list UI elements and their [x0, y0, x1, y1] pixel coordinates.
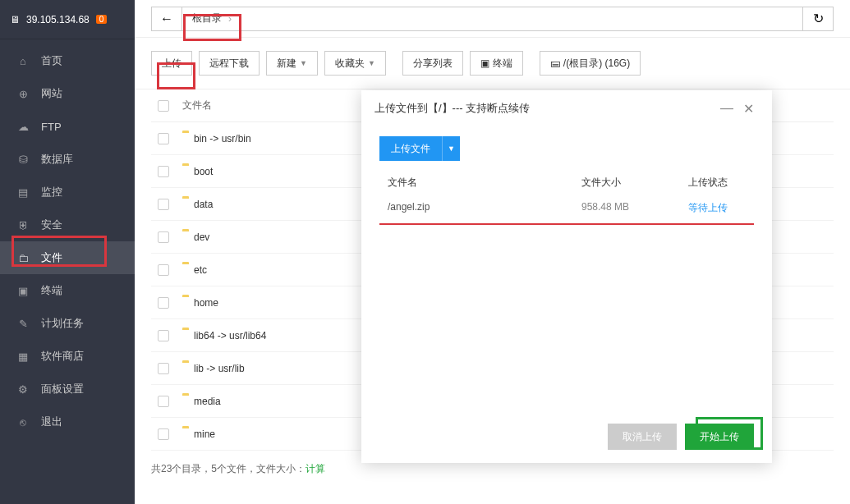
- remote-label: 远程下载: [209, 57, 249, 71]
- disk-label: /(根目录) (16G): [563, 57, 630, 71]
- cancel-upload-button[interactable]: 取消上传: [608, 424, 677, 450]
- row-checkbox[interactable]: [151, 133, 176, 144]
- row-checkbox[interactable]: [151, 264, 176, 276]
- nav-label-cron: 计划任务: [41, 316, 84, 331]
- nav-cron[interactable]: ✎计划任务: [0, 307, 135, 340]
- toolbar: 上传 远程下载 新建▼ 收藏夹▼ 分享列表 ▣终端 🖴/(根目录) (16G): [135, 38, 850, 89]
- remote-download-button[interactable]: 远程下载: [199, 51, 260, 76]
- nav-label-store: 软件商店: [41, 349, 84, 364]
- terminal-icon: ▣: [480, 57, 489, 69]
- row-checkbox[interactable]: [151, 297, 176, 309]
- exit-icon: ⎋: [16, 416, 30, 428]
- share-list-button[interactable]: 分享列表: [402, 51, 463, 76]
- dialog-body: 上传文件 ▼ 文件名 文件大小 上传状态 /angel.zip 958.48 M…: [361, 126, 772, 414]
- upload-file-status: 等待上传: [688, 201, 754, 215]
- dialog-header[interactable]: 上传文件到【/】--- 支持断点续传 — ✕: [361, 90, 772, 126]
- nav-monitor[interactable]: ▤监控: [0, 176, 135, 208]
- chart-icon: ▤: [16, 186, 30, 199]
- store-icon: ▦: [16, 351, 30, 363]
- upload-progress-bar: [379, 223, 754, 225]
- server-ip: 39.105.134.68: [26, 14, 90, 25]
- upload-button[interactable]: 上传: [151, 51, 192, 76]
- terminal-button[interactable]: ▣终端: [470, 51, 523, 76]
- select-file-button[interactable]: 上传文件: [379, 136, 442, 161]
- chevron-right-icon: ›: [228, 13, 232, 25]
- clock-icon: ✎: [16, 318, 30, 330]
- upload-col-status: 上传状态: [688, 176, 754, 190]
- row-checkbox[interactable]: [151, 396, 176, 407]
- nav-site[interactable]: ⊕网站: [0, 77, 135, 110]
- nav-terminal[interactable]: ▣终端: [0, 274, 135, 307]
- nav-label-db: 数据库: [41, 152, 73, 167]
- dialog-title: 上传文件到【/】--- 支持断点续传: [374, 101, 530, 116]
- row-checkbox[interactable]: [151, 428, 176, 440]
- nav-label-monitor: 监控: [41, 185, 62, 199]
- nav-ftp[interactable]: ☁FTP: [0, 110, 135, 143]
- row-checkbox[interactable]: [151, 363, 176, 374]
- nav-home[interactable]: ⌂首页: [0, 44, 135, 77]
- nav-label-home: 首页: [41, 53, 62, 68]
- nav-safe[interactable]: ⛨安全: [0, 208, 135, 241]
- sidebar-header: 🖥 39.105.134.68 0: [0, 0, 135, 39]
- nav-exit[interactable]: ⎋退出: [0, 405, 135, 438]
- sidebar: 🖥 39.105.134.68 0 ⌂首页 ⊕网站 ☁FTP ⛁数据库 ▤监控 …: [0, 0, 135, 504]
- row-checkbox[interactable]: [151, 166, 176, 177]
- fav-label: 收藏夹: [335, 57, 365, 71]
- nav-store[interactable]: ▦软件商店: [0, 340, 135, 373]
- upload-row: /angel.zip 958.48 MB 等待上传: [379, 201, 754, 223]
- monitor-icon: 🖥: [10, 14, 20, 25]
- upload-col-size: 文件大小: [581, 176, 688, 190]
- path-refresh-button[interactable]: ↻: [802, 7, 834, 31]
- ftp-icon: ☁: [16, 121, 30, 133]
- root-disk-button[interactable]: 🖴/(根目录) (16G): [540, 51, 641, 76]
- new-button[interactable]: 新建▼: [266, 51, 318, 76]
- globe-icon: ⊕: [16, 88, 30, 100]
- path-current[interactable]: 根目录 ›: [181, 7, 803, 31]
- share-label: 分享列表: [413, 57, 453, 71]
- upload-label: 上传: [162, 57, 181, 71]
- dialog-footer: 取消上传 开始上传: [361, 414, 772, 463]
- nav-list: ⌂首页 ⊕网站 ☁FTP ⛁数据库 ▤监控 ⛨安全 🗀文件 ▣终端 ✎计划任务 …: [0, 39, 135, 438]
- nav-label-ftp: FTP: [41, 121, 62, 133]
- disk-icon: 🖴: [550, 57, 560, 69]
- row-checkbox[interactable]: [151, 231, 176, 243]
- path-bar: ← 根目录 › ↻: [135, 0, 850, 38]
- database-icon: ⛁: [16, 153, 30, 166]
- cancel-label: 取消上传: [623, 430, 662, 444]
- shield-icon: ⛨: [16, 219, 30, 231]
- calc-size-link[interactable]: 计算: [306, 463, 325, 474]
- select-file-label: 上传文件: [391, 142, 430, 156]
- nav-db[interactable]: ⛁数据库: [0, 143, 135, 176]
- select-all-checkbox[interactable]: [151, 100, 176, 112]
- row-checkbox[interactable]: [151, 199, 176, 210]
- upload-file-name: /angel.zip: [379, 201, 581, 215]
- upload-list-header: 文件名 文件大小 上传状态: [379, 176, 754, 190]
- footer-text: 共23个目录，5个文件，文件大小：: [151, 463, 306, 474]
- term-label: 终端: [493, 57, 512, 71]
- chevron-down-icon: ▼: [300, 59, 307, 67]
- row-checkbox[interactable]: [151, 330, 176, 341]
- start-label: 开始上传: [700, 430, 739, 444]
- upload-file-button-group: 上传文件 ▼: [379, 136, 754, 161]
- nav-label-safe: 安全: [41, 218, 62, 232]
- path-back-button[interactable]: ←: [151, 7, 182, 31]
- favorite-button[interactable]: 收藏夹▼: [324, 51, 386, 76]
- nav-label-site: 网站: [41, 86, 62, 101]
- upload-dialog: 上传文件到【/】--- 支持断点续传 — ✕ 上传文件 ▼ 文件名 文件大小 上…: [361, 90, 772, 463]
- chevron-down-icon: ▼: [368, 59, 375, 67]
- notification-badge[interactable]: 0: [96, 15, 108, 24]
- select-file-more-button[interactable]: ▼: [442, 136, 460, 161]
- upload-file-size: 958.48 MB: [581, 201, 688, 215]
- nav-panel[interactable]: ⚙面板设置: [0, 373, 135, 405]
- gear-icon: ⚙: [16, 383, 30, 396]
- nav-label-exit: 退出: [41, 415, 62, 429]
- home-icon: ⌂: [16, 55, 30, 67]
- nav-file[interactable]: 🗀文件: [0, 241, 135, 274]
- nav-label-terminal: 终端: [41, 283, 62, 298]
- folder-icon: 🗀: [16, 252, 30, 264]
- nav-label-file: 文件: [41, 250, 62, 265]
- terminal-icon: ▣: [16, 285, 30, 297]
- minimize-icon[interactable]: —: [715, 101, 738, 116]
- start-upload-button[interactable]: 开始上传: [685, 424, 754, 450]
- close-icon[interactable]: ✕: [738, 101, 759, 117]
